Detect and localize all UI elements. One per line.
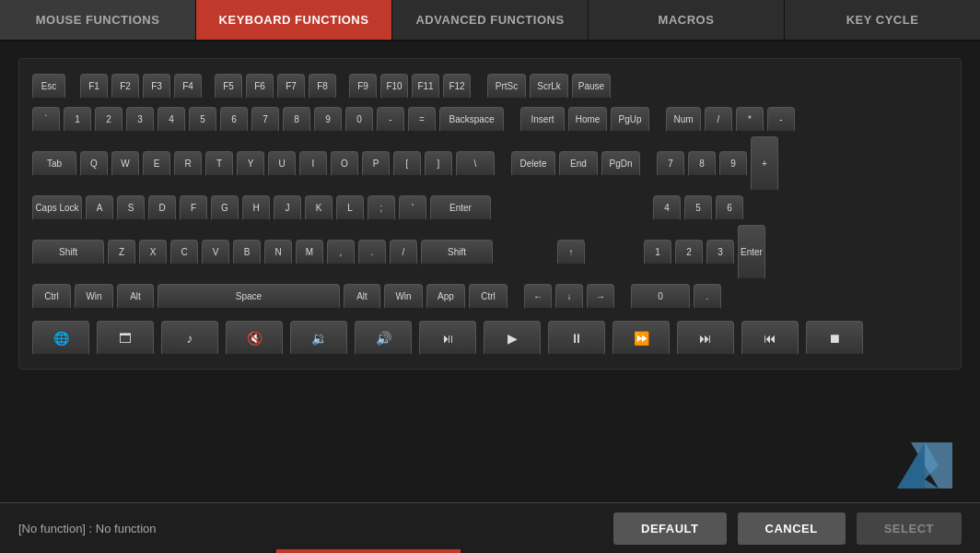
default-button[interactable]: DEFAULT <box>613 512 726 545</box>
key-numplus[interactable]: + <box>751 136 778 192</box>
key-numminus[interactable]: - <box>767 107 795 133</box>
key-2[interactable]: 2 <box>95 107 122 133</box>
key-q[interactable]: Q <box>80 151 108 177</box>
key-f1[interactable]: F1 <box>80 74 108 100</box>
key-8[interactable]: 8 <box>283 107 310 133</box>
key-media-pause[interactable]: ⏸ <box>548 321 605 356</box>
key-app[interactable]: App <box>426 284 465 310</box>
key-0[interactable]: 0 <box>345 107 373 133</box>
key-media-voldown[interactable]: 🔉 <box>290 321 347 356</box>
key-media-skipback[interactable]: ⏮ <box>741 321 799 356</box>
key-enter[interactable]: Enter <box>430 195 491 221</box>
key-6[interactable]: 6 <box>220 107 248 133</box>
key-media-play[interactable]: ▶ <box>484 321 541 356</box>
key-d[interactable]: D <box>148 195 176 221</box>
key-3[interactable]: 3 <box>126 107 154 133</box>
key-b[interactable]: B <box>233 240 261 265</box>
key-tab[interactable]: Tab <box>32 151 76 177</box>
key-slash[interactable]: / <box>390 240 417 265</box>
key-f7[interactable]: F7 <box>277 74 305 100</box>
key-f12[interactable]: F12 <box>443 74 471 100</box>
key-ctrl-right[interactable]: Ctrl <box>469 284 508 310</box>
key-a[interactable]: A <box>86 195 113 221</box>
key-i[interactable]: I <box>299 151 327 177</box>
key-f5[interactable]: F5 <box>215 74 242 100</box>
key-e[interactable]: E <box>143 151 170 177</box>
key-y[interactable]: Y <box>237 151 264 177</box>
key-num[interactable]: Num <box>666 107 701 133</box>
key-1[interactable]: 1 <box>64 107 91 133</box>
tab-macros[interactable]: MACROS <box>589 0 785 40</box>
key-media-playpause[interactable]: ⏯ <box>419 321 476 356</box>
key-num1[interactable]: 1 <box>644 240 671 265</box>
key-pgdn[interactable]: PgDn <box>601 151 640 177</box>
key-num8[interactable]: 8 <box>688 151 716 177</box>
key-media-skipfwd[interactable]: ⏭ <box>677 321 734 356</box>
tab-advanced[interactable]: ADVANCED FUNCTIONS <box>392 0 589 40</box>
key-num0[interactable]: 0 <box>631 284 690 310</box>
tab-mouse[interactable]: MOUSE FUNCTIONS <box>0 0 196 40</box>
key-l[interactable]: L <box>336 195 364 221</box>
key-m[interactable]: M <box>296 240 323 265</box>
key-end[interactable]: End <box>559 151 598 177</box>
key-nummul[interactable]: * <box>736 107 764 133</box>
key-o[interactable]: O <box>331 151 358 177</box>
key-shift-left[interactable]: Shift <box>32 240 104 265</box>
key-f11[interactable]: F11 <box>412 74 439 100</box>
select-button[interactable]: SELECT <box>857 512 962 545</box>
key-numdot[interactable]: . <box>694 284 721 310</box>
key-f8[interactable]: F8 <box>309 74 336 100</box>
key-7[interactable]: 7 <box>251 107 279 133</box>
key-f6[interactable]: F6 <box>246 74 274 100</box>
key-comma[interactable]: , <box>327 240 355 265</box>
key-t[interactable]: T <box>205 151 233 177</box>
key-rbracket[interactable]: ] <box>425 151 452 177</box>
key-num9[interactable]: 9 <box>719 151 747 177</box>
key-g[interactable]: G <box>211 195 239 221</box>
key-minus[interactable]: - <box>377 107 404 133</box>
key-prtsc[interactable]: PrtSc <box>487 74 526 100</box>
tab-keyboard[interactable]: KEYBOARD FUNCTIONS <box>196 0 392 40</box>
key-delete[interactable]: Delete <box>511 151 555 177</box>
key-h[interactable]: H <box>242 195 270 221</box>
key-p[interactable]: P <box>362 151 390 177</box>
key-media-volup[interactable]: 🔊 <box>355 321 412 356</box>
key-arrow-up[interactable]: ↑ <box>557 240 585 265</box>
key-v[interactable]: V <box>202 240 229 265</box>
key-space[interactable]: Space <box>158 284 340 310</box>
key-pause[interactable]: Pause <box>572 74 611 100</box>
key-z[interactable]: Z <box>108 240 135 265</box>
tab-keycycle[interactable]: KEY CYCLE <box>785 0 980 40</box>
key-num3[interactable]: 3 <box>706 240 734 265</box>
key-r[interactable]: R <box>174 151 202 177</box>
key-media-ffwd[interactable]: ⏩ <box>612 321 670 356</box>
key-s[interactable]: S <box>117 195 145 221</box>
key-pgup[interactable]: PgUp <box>611 107 649 133</box>
key-9[interactable]: 9 <box>314 107 342 133</box>
key-alt-right[interactable]: Alt <box>344 284 380 310</box>
key-media-browser[interactable]: 🌐 <box>32 321 89 356</box>
key-u[interactable]: U <box>268 151 296 177</box>
key-scrlk[interactable]: ScrLk <box>530 74 568 100</box>
key-arrow-left[interactable]: ← <box>524 284 552 310</box>
key-home[interactable]: Home <box>568 107 607 133</box>
key-j[interactable]: J <box>274 195 301 221</box>
key-num4[interactable]: 4 <box>653 195 681 221</box>
key-f10[interactable]: F10 <box>380 74 408 100</box>
key-f[interactable]: F <box>180 195 207 221</box>
key-win-left[interactable]: Win <box>75 284 113 310</box>
key-lbracket[interactable]: [ <box>393 151 421 177</box>
key-num7[interactable]: 7 <box>657 151 684 177</box>
key-num2[interactable]: 2 <box>675 240 703 265</box>
key-capslock[interactable]: Caps Lock <box>32 195 82 221</box>
key-numenter[interactable]: Enter <box>738 225 765 280</box>
key-x[interactable]: X <box>139 240 167 265</box>
key-num5[interactable]: 5 <box>684 195 712 221</box>
key-media-music[interactable]: ♪ <box>161 321 218 356</box>
key-insert[interactable]: Insert <box>520 107 565 133</box>
key-arrow-right[interactable]: → <box>587 284 614 310</box>
key-backtick[interactable]: ` <box>32 107 60 133</box>
key-quote[interactable]: ' <box>399 195 426 221</box>
key-period[interactable]: . <box>358 240 386 265</box>
key-f9[interactable]: F9 <box>349 74 377 100</box>
